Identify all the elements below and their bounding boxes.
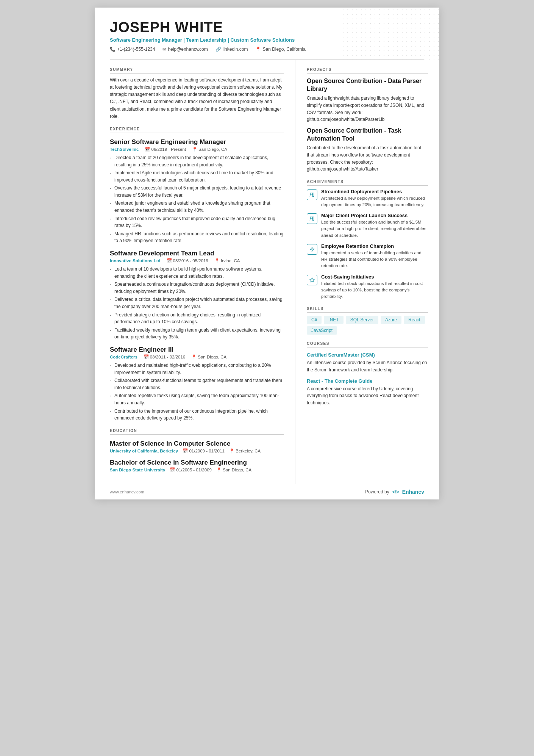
job-loc-1: 📍 San Diego, CA: [192, 147, 227, 152]
skill-4: Azure: [381, 316, 401, 324]
experience-section-title: EXPERIENCE: [110, 127, 284, 133]
skill-2: .NET: [324, 316, 343, 324]
edu-loc-1: 📍 Berkeley, CA: [229, 448, 261, 454]
company-3: CodeCrafters: [110, 355, 137, 359]
bullet-1-5: Introduced code review practices that im…: [110, 215, 284, 229]
footer-website: www.enhancv.com: [110, 490, 144, 494]
achievement-title-1: Streamlined Deployment Pipelines: [321, 189, 428, 194]
job-date-1: 📅 06/2019 - Present: [145, 147, 186, 152]
achievement-content-1: Streamlined Deployment Pipelines Archite…: [321, 189, 428, 208]
company-2: Innovative Solutions Ltd: [110, 258, 161, 263]
email-icon: ✉: [162, 47, 166, 52]
resume-page: JOSEPH WHITE Software Engineering Manage…: [95, 8, 439, 499]
course-desc-2: A comprehensive course offered by Udemy,…: [307, 385, 428, 407]
bullet-2-1: Led a team of 10 developers to build hig…: [110, 266, 284, 280]
achievement-4: Cost-Saving Initiatives Initiated tech s…: [307, 274, 428, 300]
course-title-1: Certified ScrumMaster (CSM): [307, 352, 428, 358]
pin-icon-3: 📍: [191, 354, 197, 360]
degree-1: Master of Science in Computer Science: [110, 440, 284, 448]
job-title-1: Senior Software Engineering Manager: [110, 138, 284, 146]
achievement-icon-4: [307, 275, 317, 285]
skills-section-title: SKILLS: [307, 307, 428, 313]
project-desc-2: Contributed to the development of a task…: [307, 144, 428, 172]
bullet-1-4: Mentored junior engineers and establishe…: [110, 200, 284, 214]
calendar-icon-1: 📅: [145, 147, 150, 152]
bullet-1-1: Directed a team of 20 engineers in the d…: [110, 154, 284, 168]
achievements-section-title: ACHIEVEMENTS: [307, 180, 428, 186]
right-column: PROJECTS Open Source Contribution - Data…: [295, 60, 439, 484]
main-content: SUMMARY With over a decade of experience…: [95, 60, 439, 484]
linkedin-icon: 🔗: [215, 47, 221, 52]
job-loc-3: 📍 San Diego, CA: [191, 354, 226, 360]
bullet-1-2: Implemented Agile methodologies which de…: [110, 169, 284, 183]
courses-section-title: COURSES: [307, 341, 428, 347]
bullet-3-4: Contributed to the improvement of our co…: [110, 408, 284, 422]
svg-rect-0: [312, 193, 314, 196]
skill-3: SQL Server: [346, 316, 378, 324]
achievement-icon-1: [307, 189, 317, 200]
footer-logo: Powered by Enhancv: [365, 489, 424, 495]
degree-2: Bachelor of Science in Software Engineer…: [110, 459, 284, 466]
achievement-2: Major Client Project Launch Success Led …: [307, 213, 428, 239]
skill-6: JavaScript: [307, 326, 337, 335]
job-loc-2: 📍 Irvine, CA: [214, 258, 240, 263]
edu-school-2: San Diego State University: [110, 468, 165, 472]
job-bullets-1: Directed a team of 20 engineers in the d…: [110, 154, 284, 244]
footer: www.enhancv.com Powered by Enhancv: [95, 484, 439, 499]
contact-info: 📞 +1-(234)-555-1234 ✉ help@enhancv.com 🔗…: [110, 47, 424, 52]
candidate-name: JOSEPH WHITE: [110, 20, 424, 36]
course-desc-1: An intensive course provided by Scrum Al…: [307, 359, 428, 373]
location-icon: 📍: [255, 47, 261, 52]
calendar-icon-2: 📅: [167, 258, 172, 263]
calendar-icon-3: 📅: [144, 354, 149, 360]
skill-1: C#: [307, 316, 322, 324]
project-title-1: Open Source Contribution - Data Parser L…: [307, 77, 428, 93]
achievement-title-2: Major Client Project Launch Success: [321, 213, 428, 218]
job-title-3: Software Engineer III: [110, 346, 284, 354]
company-1: TechSolve Inc: [110, 147, 139, 152]
edu-loc-2: 📍 San Diego, CA: [216, 467, 251, 473]
achievement-3: Employee Retention Champion Implemented …: [307, 243, 428, 269]
summary-section-title: SUMMARY: [110, 67, 284, 74]
skills-container: C# .NET SQL Server Azure React JavaScrip…: [307, 316, 428, 335]
bullet-3-1: Developed and maintained high-traffic we…: [110, 362, 284, 376]
enhancv-logo-icon: [392, 489, 400, 495]
svg-marker-3: [310, 278, 314, 282]
svg-rect-1: [312, 217, 314, 221]
cal-edu-2: 📅: [170, 468, 175, 472]
achievement-desc-2: Led the successful execution and launch …: [321, 219, 428, 239]
job-meta-2: Innovative Solutions Ltd 📅 03/2016 - 05/…: [110, 258, 284, 263]
candidate-title: Software Engineering Manager | Team Lead…: [110, 37, 424, 43]
cal-edu-1: 📅: [183, 449, 188, 453]
bullet-2-3: Delivered a critical data integration pr…: [110, 296, 284, 310]
job-title-2: Software Development Team Lead: [110, 250, 284, 257]
phone-contact: 📞 +1-(234)-555-1234: [110, 47, 155, 52]
achievement-content-2: Major Client Project Launch Success Led …: [321, 213, 428, 239]
svg-point-4: [395, 491, 397, 493]
achievement-icon-2: [307, 213, 317, 224]
bullet-2-5: Facilitated weekly meetings to align tea…: [110, 327, 284, 341]
bullet-1-6: Managed HR functions such as performance…: [110, 230, 284, 244]
bullet-2-2: Spearheaded a continuous integration/con…: [110, 281, 284, 295]
education-section-title: EDUCATION: [110, 429, 284, 435]
job-bullets-3: Developed and maintained high-traffic we…: [110, 362, 284, 422]
header-section: JOSEPH WHITE Software Engineering Manage…: [95, 8, 439, 59]
left-column: SUMMARY With over a decade of experience…: [95, 60, 295, 484]
achievement-1: Streamlined Deployment Pipelines Archite…: [307, 189, 428, 208]
edu-date-2: 📅 01/2005 - 01/2009: [170, 467, 212, 473]
pin-icon-1: 📍: [192, 147, 197, 152]
skill-5: React: [404, 316, 425, 324]
achievement-content-4: Cost-Saving Initiatives Initiated tech s…: [321, 274, 428, 300]
email-contact: ✉ help@enhancv.com: [162, 47, 208, 52]
projects-section-title: PROJECTS: [307, 67, 428, 74]
achievement-icon-3: [307, 244, 317, 255]
bullet-2-4: Provided strategic direction on technolo…: [110, 311, 284, 326]
achievement-content-3: Employee Retention Champion Implemented …: [321, 243, 428, 269]
job-bullets-2: Led a team of 10 developers to build hig…: [110, 266, 284, 341]
achievement-desc-3: Implemented a series of team-building ac…: [321, 250, 428, 269]
footer-brand: Enhancv: [402, 489, 424, 495]
project-title-2: Open Source Contribution - Task Automati…: [307, 127, 428, 143]
pin-icon-2: 📍: [214, 258, 220, 263]
bullet-3-3: Automated repetitive tasks using scripts…: [110, 392, 284, 406]
achievement-title-3: Employee Retention Champion: [321, 243, 428, 249]
